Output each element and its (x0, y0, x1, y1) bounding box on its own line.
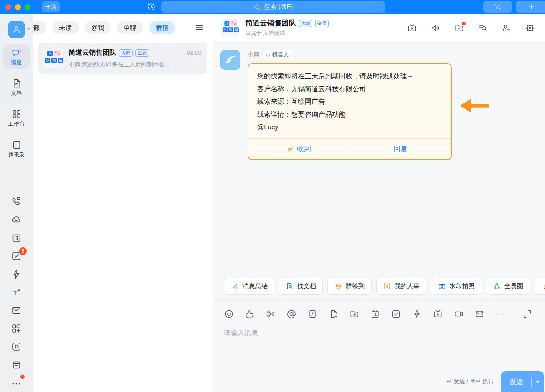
bot-avatar[interactable] (220, 50, 240, 70)
emoji-icon[interactable] (224, 309, 234, 319)
quick-actions-bar: 消息总结 找文档 群签到 我的人事 水印拍照 (213, 272, 545, 300)
folder-icon[interactable] (454, 23, 464, 33)
chip-label: 水印拍照 (449, 282, 475, 290)
screenshot-scissors-icon[interactable] (266, 309, 276, 319)
lightning-icon[interactable] (11, 269, 22, 279)
chat-search-icon[interactable] (478, 23, 488, 33)
chat-group-avatar[interactable]: 琪 乐 雨 益 (221, 19, 239, 37)
sidebar-item-contacts[interactable]: 通讯录 (3, 137, 30, 162)
sidebar-item-docs[interactable]: 文档 (3, 75, 30, 100)
chip-my-hr[interactable]: 我的人事 (376, 278, 426, 295)
minimize-window-button[interactable] (15, 4, 21, 10)
mail-icon[interactable] (11, 305, 22, 316)
chip-find-docs[interactable]: 找文档 (279, 278, 323, 295)
sidebar-item-workbench[interactable]: 工作台 (3, 106, 30, 131)
avatar-tile: 琪 (47, 51, 53, 56)
announcement-icon[interactable] (431, 23, 441, 33)
conversation-preview: 小简:您的线索即将在三天后到期回收... (69, 60, 202, 69)
tab-mentions[interactable]: @我 (84, 21, 111, 34)
expand-composer-icon[interactable] (522, 309, 532, 319)
chip-group-checkin[interactable]: 群签到 (327, 278, 372, 295)
zoom-window-button[interactable] (25, 4, 30, 10)
more-tools-icon[interactable] (495, 309, 505, 319)
svg-text:1: 1 (374, 313, 377, 317)
lightning-icon[interactable] (412, 309, 422, 319)
ok-hand-icon (287, 145, 295, 153)
tab-unread[interactable]: 未读 (52, 21, 79, 34)
robot-badge: 机器人 (263, 50, 292, 59)
send-label: 发送 (501, 378, 531, 387)
upload-file-icon[interactable] (349, 309, 359, 319)
notification-dot (20, 375, 25, 379)
card-line: 线索详情：想要咨询产品功能 (257, 108, 442, 121)
badge-internal: 内部 (119, 49, 133, 57)
svg-text:T: T (14, 289, 17, 296)
sidebar-item-messages[interactable]: 消息 (3, 44, 30, 69)
tab-direct[interactable]: 单聊 (117, 21, 143, 34)
d-app-icon[interactable] (11, 341, 22, 352)
tab-all[interactable]: 全部 (33, 21, 46, 34)
user-avatar[interactable] (8, 21, 25, 38)
video-meeting-icon[interactable] (433, 309, 443, 319)
chat-title: 简道云销售团队 (245, 19, 296, 28)
settings-gear-icon[interactable] (525, 23, 535, 33)
chip-all-hands-circle[interactable]: 全员圈 (486, 278, 530, 295)
create-new-button[interactable] (516, 1, 545, 13)
chip-message-summary[interactable]: 消息总结 (224, 278, 274, 295)
more-icon[interactable] (11, 377, 22, 388)
chevron-down-icon[interactable] (27, 28, 30, 30)
chat-panel: 琪 乐 雨 益 简道云销售团队 内部 全员 归属于 文档测试 (213, 14, 545, 392)
card-line: 线索来源：互联网广告 (257, 95, 442, 108)
close-window-button[interactable] (5, 4, 11, 10)
global-search-input[interactable]: 搜索 (⌘F) (161, 1, 385, 13)
network-circles-icon (493, 282, 501, 290)
calendar-icon[interactable]: 1 (11, 232, 22, 243)
text-tool-icon[interactable]: T (11, 287, 22, 298)
avatar-photo-tile (54, 50, 61, 56)
ai-assistant-button[interactable] (483, 1, 512, 13)
cloud-icon[interactable] (11, 214, 22, 225)
new-doc-icon[interactable] (328, 309, 338, 319)
mail-icon[interactable] (475, 309, 485, 319)
task-check-icon[interactable] (391, 309, 401, 319)
send-button[interactable]: 发送 (501, 371, 544, 392)
todo-badge: 8 (19, 247, 27, 255)
thumbs-up-icon[interactable] (245, 309, 255, 319)
reply-button[interactable]: 回复 (350, 139, 451, 159)
archive-box-icon[interactable] (11, 359, 22, 370)
search-icon (253, 3, 261, 10)
sidebar-item-label: 消息 (11, 59, 22, 66)
conversation-filter-tabs: 全部 未读 @我 单聊 群聊 (33, 20, 213, 35)
camera-icon (438, 282, 446, 290)
chip-sports[interactable] (535, 278, 545, 295)
add-member-icon[interactable] (501, 23, 511, 33)
message-input[interactable]: 请输入消息 (224, 329, 534, 338)
window-user-tab[interactable]: 子琪 (42, 1, 60, 12)
title-bar: 子琪 搜索 (⌘F) (0, 0, 545, 14)
chip-label: 群签到 (346, 282, 365, 290)
video-meeting-icon[interactable] (407, 23, 417, 33)
magic-wand-icon (494, 3, 502, 11)
calendar-icon[interactable]: 1 (370, 309, 380, 319)
tab-groups[interactable]: 群聊 (149, 21, 175, 34)
mention-icon[interactable] (287, 309, 297, 319)
chip-watermark-photo[interactable]: 水印拍照 (431, 278, 481, 295)
contacts-book-icon (11, 140, 22, 150)
conversation-texts: 简道云销售团队 内部 全员 09:00 小简:您的线索即将在三天后到期回收... (69, 49, 202, 69)
video-call-icon[interactable] (454, 309, 464, 319)
message: 小简 机器人 您的线索即将在三天后到期回收，请及时跟进处理～ 客户名称：无锡简道… (220, 50, 545, 160)
apps-add-icon[interactable] (11, 323, 22, 334)
slash-command-icon[interactable] (307, 309, 317, 319)
conversation-item[interactable]: 琪 乐 雨 益 简道云销售团队 内部 全员 09:00 小简:您的线索即将在三天… (38, 43, 207, 74)
notification-dot (462, 22, 466, 25)
sender-name: 小简 (248, 50, 259, 59)
history-icon[interactable] (146, 2, 156, 12)
receive-button[interactable]: 收到 (248, 139, 350, 159)
phone-icon[interactable] (11, 196, 22, 207)
todo-icon[interactable]: 8 (11, 250, 22, 261)
conversation-menu-icon[interactable] (194, 23, 204, 33)
person-icon (11, 24, 22, 35)
avatar-tile: 雨 (228, 27, 233, 32)
send-options-caret[interactable] (532, 381, 544, 383)
card-line: 您的线索即将在三天后到期回收，请及时跟进处理～ (257, 70, 442, 83)
